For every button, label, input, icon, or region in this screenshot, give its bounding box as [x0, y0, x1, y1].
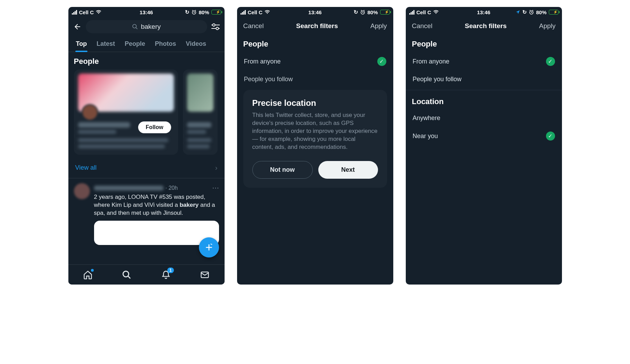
people-section-heading: People [406, 35, 562, 52]
apply-button[interactable]: Apply [370, 22, 387, 30]
svg-point-1 [133, 24, 136, 28]
result-tabs: Top Latest People Photos Videos [68, 36, 225, 52]
filter-option-label: Anywhere [413, 115, 440, 122]
wifi-icon [433, 10, 439, 14]
filter-from-anyone[interactable]: From anyone ✓ [406, 52, 562, 71]
search-icon [132, 24, 138, 30]
people-card-handle [187, 130, 206, 134]
filter-option-label: People you follow [244, 76, 293, 83]
location-services-icon [515, 10, 520, 15]
status-bar: Cell C 13:46 ↻ 80% ⚡ [406, 7, 562, 17]
people-card-name [187, 122, 211, 128]
tweet-media[interactable] [94, 221, 219, 245]
orientation-lock-icon: ↻ [522, 9, 527, 15]
svg-line-2 [136, 27, 137, 29]
battery-icon: ⚡ [549, 10, 558, 15]
search-header: bakery [68, 17, 225, 36]
phone-search-results: Cell C 13:46 ↻ 80% ⚡ bakery [68, 7, 225, 285]
filter-option-label: From anyone [244, 58, 281, 65]
notifications-badge: 1 [167, 268, 174, 273]
status-bar: Cell C 13:46 ↻ 80% ⚡ [68, 7, 225, 17]
search-input[interactable]: bakery [86, 20, 207, 33]
section-divider [406, 90, 562, 90]
people-section-heading: People [68, 52, 225, 69]
bottom-nav: 1 [68, 264, 225, 285]
nav-messages[interactable] [200, 270, 210, 280]
filter-settings-button[interactable] [211, 22, 220, 32]
tab-videos[interactable]: Videos [181, 36, 211, 52]
wifi-icon [96, 10, 101, 14]
people-card[interactable] [183, 69, 218, 155]
filter-option-label: Near you [413, 133, 438, 140]
filter-option-label: People you follow [413, 76, 462, 83]
carrier-label: Cell C [248, 9, 263, 15]
filter-people-you-follow[interactable]: People you follow [406, 71, 562, 88]
signal-icon [409, 10, 414, 15]
battery-percent: 80% [536, 9, 546, 15]
filters-title: Search filters [465, 22, 506, 30]
svg-point-7 [123, 271, 129, 277]
avatar [82, 104, 98, 121]
tweet-text: 2 years ago, LOONA TV #535 was posted, w… [94, 193, 219, 217]
people-card-bio-line [78, 144, 165, 149]
tab-latest[interactable]: Latest [92, 36, 120, 52]
orientation-lock-icon: ↻ [185, 9, 190, 15]
people-card-banner [187, 74, 213, 112]
not-now-button[interactable]: Not now [252, 161, 313, 179]
people-card-carousel[interactable]: Follow [68, 69, 225, 155]
home-unread-dot [91, 269, 94, 272]
people-section-heading: People [237, 35, 393, 52]
check-icon: ✓ [546, 132, 555, 141]
filter-anywhere[interactable]: Anywhere [406, 110, 562, 127]
nav-home[interactable] [83, 270, 93, 280]
svg-point-4 [212, 24, 215, 26]
tab-top[interactable]: Top [71, 36, 92, 52]
location-section-heading: Location [406, 92, 562, 110]
filters-header: Cancel Search filters Apply [406, 17, 562, 35]
filter-people-you-follow[interactable]: People you follow [237, 71, 393, 88]
status-bar: Cell C 13:46 ↻ 80% ⚡ [237, 7, 393, 17]
nav-notifications[interactable]: 1 [161, 270, 171, 280]
clock: 13:46 [308, 9, 321, 15]
people-card[interactable]: Follow [74, 69, 178, 155]
battery-icon: ⚡ [380, 10, 390, 15]
clock: 13:46 [477, 9, 490, 15]
people-card-bio-line [187, 138, 211, 142]
clock: 13:46 [140, 9, 153, 15]
cancel-button[interactable]: Cancel [412, 22, 432, 30]
phone-filters: Cell C 13:46 ↻ 80% ⚡ Cancel Search filte… [406, 7, 562, 285]
carrier-label: Cell C [417, 9, 431, 15]
tweet-more-button[interactable]: ⋯ [212, 183, 219, 193]
compose-fab[interactable] [199, 237, 219, 257]
tab-people[interactable]: People [120, 36, 150, 52]
signal-icon [72, 10, 77, 15]
alarm-icon [192, 10, 196, 15]
alarm-icon [529, 10, 534, 15]
alarm-icon [360, 10, 365, 15]
carrier-label: Cell C [79, 9, 94, 15]
back-button[interactable] [73, 22, 82, 32]
filters-header: Cancel Search filters Apply [237, 17, 393, 35]
tweet[interactable]: · 20h ⋯ 2 years ago, LOONA TV #535 was p… [68, 178, 225, 245]
chevron-right-icon: › [215, 164, 218, 172]
cancel-button[interactable]: Cancel [243, 22, 264, 30]
modal-body: This lets Twitter collect, store, and us… [252, 111, 378, 151]
filter-near-you[interactable]: Near you ✓ [406, 127, 562, 145]
battery-percent: 80% [367, 9, 378, 15]
next-button[interactable]: Next [318, 161, 378, 179]
battery-icon: ⚡ [211, 10, 221, 15]
svg-line-8 [128, 276, 130, 278]
view-all-label: View all [75, 164, 97, 171]
apply-button[interactable]: Apply [539, 22, 556, 30]
svg-point-6 [216, 27, 218, 30]
signal-icon [241, 10, 246, 15]
view-all-link[interactable]: View all › [68, 158, 225, 178]
tab-photos[interactable]: Photos [150, 36, 181, 52]
search-query-text: bakery [141, 23, 161, 31]
people-card-handle [78, 130, 116, 134]
nav-search[interactable] [121, 270, 132, 280]
orientation-lock-icon: ↻ [354, 9, 358, 15]
follow-button[interactable]: Follow [138, 121, 171, 133]
people-card-bio-line [78, 138, 168, 142]
filter-from-anyone[interactable]: From anyone ✓ [237, 52, 393, 71]
